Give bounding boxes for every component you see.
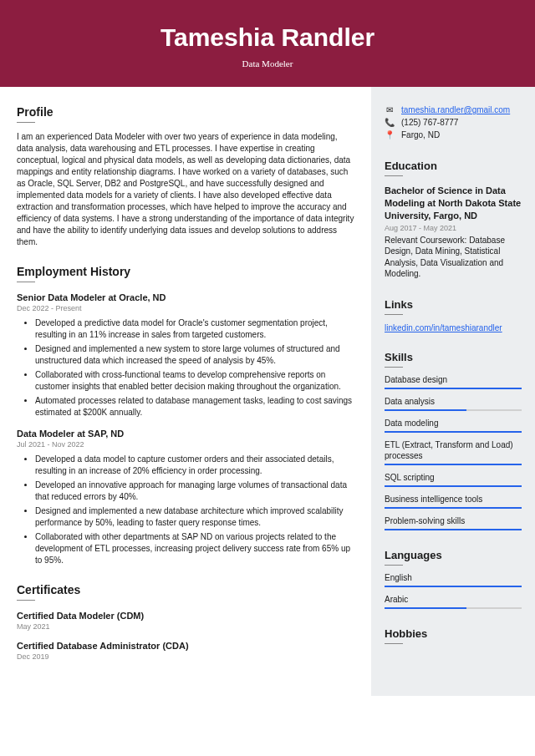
certificates-title: Certificates [17, 583, 354, 601]
person-name: Tameshia Randler [0, 23, 535, 52]
links-section: Links linkedin.com/in/tameshiarandler [385, 298, 522, 332]
job-title: Senior Data Modeler at Oracle, ND [17, 292, 354, 302]
job-dates: Jul 2021 - Nov 2022 [17, 440, 354, 449]
location-text: Fargo, ND [401, 130, 440, 140]
employment-section: Employment History Senior Data Modeler a… [17, 265, 354, 566]
skill-bar [385, 409, 522, 411]
bullet: Developed an innovative approach for man… [35, 479, 354, 503]
profile-title: Profile [17, 105, 354, 123]
languages-title: Languages [385, 549, 522, 566]
bullet: Collaborated with other departments at S… [35, 531, 354, 566]
bullet: Designed and implemented a new database … [35, 505, 354, 529]
map-pin-icon: 📍 [385, 130, 395, 140]
main-column: Profile I am an experienced Data Modeler… [0, 87, 371, 696]
certificates-section: Certificates Certified Data Modeler (CDM… [17, 583, 354, 661]
phone-text: (125) 767-8777 [401, 118, 458, 127]
skill-name: Data modeling [385, 418, 522, 429]
links-title: Links [385, 298, 522, 315]
skill-bar [385, 607, 522, 609]
degree-title: Bachelor of Science in Data Modeling at … [385, 185, 522, 222]
skill-name: Database design [385, 374, 522, 385]
skill-name: English [385, 572, 522, 583]
education-title: Education [385, 160, 522, 176]
certificate-name: Certified Database Administrator (CDA) [17, 641, 354, 651]
resume-header: Tameshia Randler Data Modeler [0, 0, 535, 87]
hobbies-section: Hobbies [385, 627, 522, 644]
bullet: Developed a data model to capture custom… [35, 454, 354, 477]
skill-name: Arabic [385, 594, 522, 605]
job-entry: Data Modeler at SAP, ND Jul 2021 - Nov 2… [17, 429, 354, 566]
skill-name: Problem-solving skills [385, 515, 522, 526]
job-title: Data Modeler at SAP, ND [17, 429, 354, 439]
email-link[interactable]: tameshia.randler@gmail.com [401, 105, 510, 114]
linkedin-link[interactable]: linkedin.com/in/tameshiarandler [385, 323, 502, 332]
skill-name: SQL scripting [385, 472, 522, 483]
languages-section: Languages EnglishArabic [385, 549, 522, 609]
skill-name: Business intelligence tools [385, 494, 522, 505]
profile-text: I am an experienced Data Modeler with ov… [17, 131, 354, 248]
contact-location-row: 📍 Fargo, ND [385, 130, 522, 140]
sidebar-column: ✉ tameshia.randler@gmail.com 📞 (125) 767… [371, 87, 535, 696]
skills-section: Skills Database designData analysisData … [385, 351, 522, 530]
certificate-name: Certified Data Modeler (CDM) [17, 611, 354, 621]
bullet: Collaborated with cross-functional teams… [35, 369, 354, 393]
degree-desc: Relevant Coursework: Database Design, Da… [385, 235, 522, 280]
skill-bar [385, 388, 522, 389]
contact-phone-row: 📞 (125) 767-8777 [385, 118, 522, 127]
skill-bar [385, 464, 522, 465]
skill-bar [385, 431, 522, 433]
certificate-date: Dec 2019 [17, 652, 354, 661]
skill-bar [385, 586, 522, 587]
profile-section: Profile I am an experienced Data Modeler… [17, 105, 354, 248]
job-bullets: Developed a data model to capture custom… [17, 454, 354, 566]
job-dates: Dec 2022 - Present [17, 304, 354, 312]
skill-name: ETL (Extract, Transform and Load) proces… [385, 439, 522, 461]
phone-icon: 📞 [385, 118, 395, 127]
degree-dates: Aug 2017 - May 2021 [385, 224, 522, 232]
person-title: Data Modeler [0, 58, 535, 68]
hobbies-title: Hobbies [385, 627, 522, 644]
skill-name: Data analysis [385, 396, 522, 407]
bullet: Designed and implemented a new system to… [35, 343, 354, 367]
contact-block: ✉ tameshia.randler@gmail.com 📞 (125) 767… [385, 105, 522, 140]
skill-bar [385, 485, 522, 487]
certificate-date: May 2021 [17, 622, 354, 631]
bullet: Developed a predictive data model for Or… [35, 317, 354, 341]
skill-bar [385, 507, 522, 509]
job-bullets: Developed a predictive data model for Or… [17, 317, 354, 419]
education-section: Education Bachelor of Science in Data Mo… [385, 160, 522, 280]
skills-title: Skills [385, 351, 522, 368]
skill-bar [385, 529, 522, 530]
envelope-icon: ✉ [385, 105, 395, 114]
job-entry: Senior Data Modeler at Oracle, ND Dec 20… [17, 292, 354, 419]
bullet: Automated processes related to database … [35, 395, 354, 419]
contact-email-row: ✉ tameshia.randler@gmail.com [385, 105, 522, 114]
employment-title: Employment History [17, 265, 354, 282]
